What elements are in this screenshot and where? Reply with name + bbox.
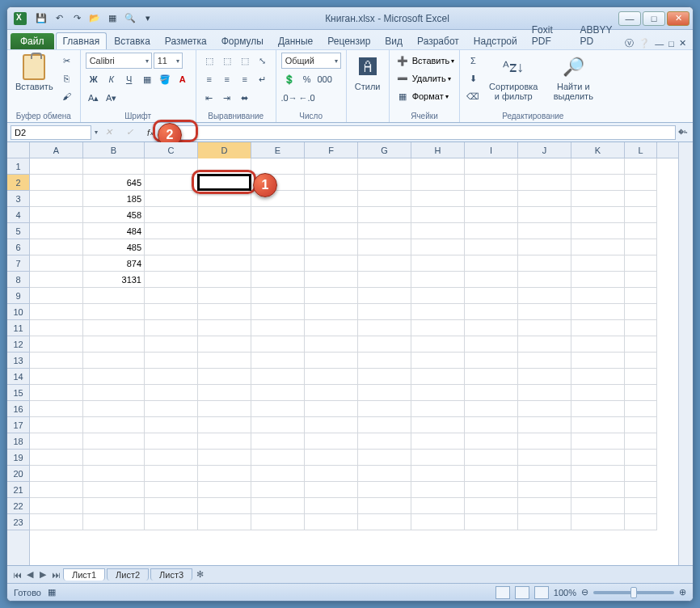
cell-H4[interactable]: [411, 207, 465, 223]
cell-A19[interactable]: [30, 450, 83, 466]
row-header-23[interactable]: 23: [7, 514, 29, 530]
cell-F21[interactable]: [305, 482, 358, 498]
cell-D22[interactable]: [198, 498, 251, 514]
fill-icon[interactable]: ⬇: [465, 70, 481, 87]
cell-A8[interactable]: [30, 272, 83, 288]
cell-A17[interactable]: [30, 417, 83, 433]
cell-D10[interactable]: [198, 304, 251, 320]
cell-J22[interactable]: [518, 498, 571, 514]
shrink-font-icon[interactable]: A▾: [103, 90, 120, 106]
column-header-A[interactable]: A: [30, 142, 83, 158]
column-header-E[interactable]: E: [251, 142, 305, 158]
cell-L14[interactable]: [625, 369, 657, 385]
cell-J11[interactable]: [518, 320, 571, 336]
row-header-16[interactable]: 16: [7, 401, 29, 417]
cell-A9[interactable]: [30, 288, 83, 304]
cell-H7[interactable]: [411, 255, 465, 272]
cell-H22[interactable]: [411, 498, 465, 514]
cell-K23[interactable]: [571, 514, 625, 530]
cell-G13[interactable]: [358, 353, 411, 369]
cell-C17[interactable]: [145, 417, 198, 433]
save-icon[interactable]: 💾: [33, 11, 49, 27]
cell-I13[interactable]: [465, 353, 518, 369]
cell-I9[interactable]: [465, 288, 518, 304]
cell-G5[interactable]: [358, 223, 411, 239]
cell-I3[interactable]: [465, 191, 518, 207]
cell-F12[interactable]: [305, 336, 358, 353]
cell-L7[interactable]: [625, 255, 657, 272]
cell-C16[interactable]: [145, 401, 198, 417]
cell-E12[interactable]: [251, 336, 305, 353]
cell-J13[interactable]: [518, 353, 571, 369]
cell-C7[interactable]: [145, 255, 198, 272]
cell-B1[interactable]: [83, 158, 145, 175]
cell-I1[interactable]: [465, 158, 518, 175]
cell-A2[interactable]: [30, 175, 83, 191]
percent-icon[interactable]: %: [299, 71, 315, 87]
cell-I20[interactable]: [465, 466, 518, 482]
cell-L11[interactable]: [625, 320, 657, 336]
cell-A4[interactable]: [30, 207, 83, 223]
column-header-K[interactable]: K: [571, 142, 625, 158]
cell-I2[interactable]: [465, 175, 518, 191]
cell-H9[interactable]: [411, 288, 465, 304]
new-icon[interactable]: ▦: [104, 11, 120, 27]
row-header-14[interactable]: 14: [7, 369, 29, 385]
cell-F11[interactable]: [305, 320, 358, 336]
cell-B20[interactable]: [83, 466, 145, 482]
row-header-9[interactable]: 9: [7, 288, 29, 304]
sheet-nav-prev-icon[interactable]: ◀: [23, 568, 36, 581]
cell-A18[interactable]: [30, 433, 83, 450]
cell-J8[interactable]: [518, 272, 571, 288]
cell-H10[interactable]: [411, 304, 465, 320]
cell-H2[interactable]: [411, 175, 465, 191]
cell-I22[interactable]: [465, 498, 518, 514]
cell-C22[interactable]: [145, 498, 198, 514]
copy-icon[interactable]: ⎘: [59, 70, 75, 87]
tab-home[interactable]: Главная: [56, 32, 108, 49]
cell-L5[interactable]: [625, 223, 657, 239]
cell-E7[interactable]: [251, 255, 305, 272]
row-header-5[interactable]: 5: [7, 223, 29, 239]
row-header-21[interactable]: 21: [7, 482, 29, 498]
open-icon[interactable]: 📂: [86, 11, 103, 27]
cell-E14[interactable]: [251, 369, 305, 385]
row-header-12[interactable]: 12: [7, 336, 29, 353]
cell-I21[interactable]: [465, 482, 518, 498]
cell-E20[interactable]: [251, 466, 305, 482]
cell-A23[interactable]: [30, 514, 83, 530]
row-header-6[interactable]: 6: [7, 239, 29, 255]
comma-icon[interactable]: 000: [317, 71, 333, 87]
cell-A3[interactable]: [30, 191, 83, 207]
cell-J17[interactable]: [518, 417, 571, 433]
indent-decrease-icon[interactable]: ⇤: [201, 90, 217, 106]
merge-icon[interactable]: ⬌: [237, 90, 253, 106]
cell-G18[interactable]: [358, 433, 411, 450]
align-middle-icon[interactable]: ⬚: [219, 53, 235, 69]
cell-C1[interactable]: [145, 158, 198, 175]
cell-A10[interactable]: [30, 304, 83, 320]
cell-C3[interactable]: [145, 191, 198, 207]
row-header-4[interactable]: 4: [7, 207, 29, 223]
cell-K12[interactable]: [571, 336, 625, 353]
column-header-G[interactable]: G: [358, 142, 411, 158]
cell-L23[interactable]: [625, 514, 657, 530]
cell-K13[interactable]: [571, 353, 625, 369]
cell-B10[interactable]: [83, 304, 145, 320]
indent-increase-icon[interactable]: ⇥: [219, 90, 235, 106]
cell-B2[interactable]: 645: [83, 175, 145, 191]
number-format-combo[interactable]: Общий: [281, 53, 341, 69]
cell-I15[interactable]: [465, 385, 518, 401]
cell-J21[interactable]: [518, 482, 571, 498]
close-button[interactable]: ✕: [667, 11, 689, 26]
cell-L1[interactable]: [625, 158, 657, 175]
cell-J10[interactable]: [518, 304, 571, 320]
paste-button[interactable]: Вставить: [12, 53, 57, 93]
cell-L15[interactable]: [625, 385, 657, 401]
insert-function-button[interactable]: fₓ: [141, 125, 159, 140]
cell-G14[interactable]: [358, 369, 411, 385]
qat-more-icon[interactable]: ▾: [140, 11, 156, 27]
cell-L2[interactable]: [625, 175, 657, 191]
column-header-F[interactable]: F: [305, 142, 358, 158]
cell-C21[interactable]: [145, 482, 198, 498]
